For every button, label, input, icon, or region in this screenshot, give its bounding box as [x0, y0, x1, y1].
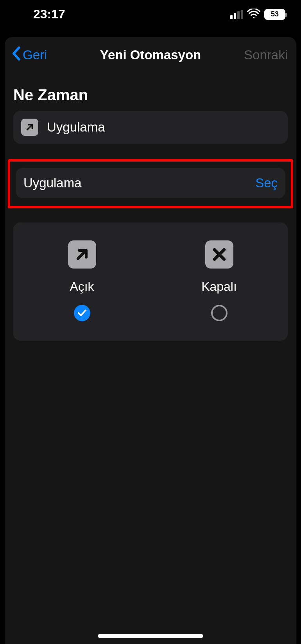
radio-open-checked[interactable]: [74, 305, 90, 321]
wifi-icon: [247, 9, 260, 20]
chevron-left-icon: [11, 46, 21, 64]
trigger-label: Uygulama: [47, 120, 280, 135]
battery-percent: 53: [271, 10, 279, 18]
close-x-icon: [205, 240, 233, 269]
app-select-cell[interactable]: Uygulama Seç: [16, 168, 285, 198]
open-arrow-icon: [68, 240, 96, 269]
option-closed-label: Kapalı: [201, 279, 237, 294]
select-action[interactable]: Seç: [255, 176, 278, 190]
trigger-cell-app[interactable]: Uygulama: [13, 111, 288, 144]
option-open[interactable]: Açık: [13, 240, 150, 321]
option-open-label: Açık: [70, 279, 94, 294]
app-select-group: Uygulama Seç: [16, 168, 285, 198]
home-indicator[interactable]: [98, 634, 203, 638]
page-title: Yeni Otomasyon: [100, 48, 201, 62]
state-option-panel: Açık Kapalı: [13, 222, 288, 341]
next-button[interactable]: Sonraki: [244, 48, 288, 62]
content-area: Ne Zaman Uygulama Uygulama Seç: [5, 71, 296, 341]
modal-sheet: Geri Yeni Otomasyon Sonraki Ne Zaman Uyg…: [5, 37, 296, 644]
nav-bar: Geri Yeni Otomasyon Sonraki: [5, 37, 296, 71]
option-closed[interactable]: Kapalı: [150, 240, 288, 321]
status-icons: 53: [230, 9, 285, 20]
app-select-label: Uygulama: [23, 176, 255, 190]
highlight-annotation: Uygulama Seç: [8, 159, 293, 208]
back-button[interactable]: Geri: [11, 46, 47, 64]
app-open-icon: [21, 119, 38, 136]
battery-indicator: 53: [264, 9, 285, 20]
status-time: 23:17: [16, 7, 65, 21]
back-label: Geri: [23, 48, 47, 62]
section-title-when: Ne Zaman: [5, 82, 296, 111]
status-bar: 23:17 53: [0, 0, 301, 25]
cellular-signal-icon: [230, 10, 243, 19]
trigger-group: Uygulama: [13, 111, 288, 144]
radio-closed-unchecked[interactable]: [211, 305, 228, 321]
